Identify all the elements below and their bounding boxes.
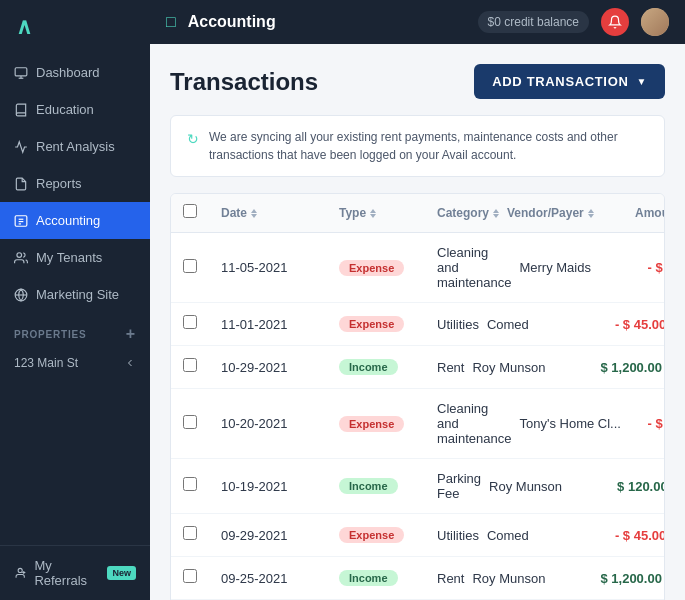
cell-category: Parking Fee (437, 471, 481, 501)
sync-banner: ↻ We are syncing all your existing rent … (170, 115, 665, 177)
sidebar-item-label: Reports (36, 176, 82, 191)
logo-icon: ∧ (16, 14, 32, 40)
table-row: 11-01-2021 Expense Utilities Comed - $ 4… (171, 303, 664, 346)
row-checkbox[interactable] (183, 415, 213, 433)
type-sort[interactable] (370, 209, 376, 218)
sidebar-item-my-tenants[interactable]: My Tenants (0, 239, 150, 276)
book-icon (14, 103, 28, 117)
sidebar-item-reports[interactable]: Reports (0, 165, 150, 202)
credit-balance-badge[interactable]: $0 credit balance (478, 11, 589, 33)
content-area: Transactions ADD TRANSACTION ▼ ↻ We are … (150, 44, 685, 600)
accounting-icon (14, 214, 28, 228)
table-row: 09-29-2021 Expense Utilities Comed - $ 4… (171, 514, 664, 557)
sidebar-item-marketing-site[interactable]: Marketing Site (0, 276, 150, 313)
date-sort[interactable] (251, 209, 257, 218)
page-title: Transactions (170, 68, 318, 96)
header-checkbox[interactable] (183, 204, 213, 222)
cell-amount: - $ 45.00 (615, 528, 665, 543)
cell-vendor: Roy Munson (489, 479, 609, 494)
bell-icon (608, 15, 622, 29)
cell-category: Utilities (437, 528, 479, 543)
category-sort[interactable] (493, 209, 499, 218)
transactions-table: Date Type Category Vendor/Payer Amount (170, 193, 665, 600)
vendor-sort[interactable] (588, 209, 594, 218)
chevron-down-icon: ▼ (636, 76, 647, 87)
cell-category: Cleaning and maintenance (437, 401, 511, 446)
type-badge: Expense (339, 260, 404, 276)
cell-vendor: Comed (487, 317, 607, 332)
type-badge: Expense (339, 316, 404, 332)
notification-button[interactable] (601, 8, 629, 36)
cell-date: 09-29-2021 (221, 528, 331, 543)
cell-vendor: Roy Munson (472, 571, 592, 586)
monitor-icon (14, 66, 28, 80)
sidebar-item-accounting[interactable]: Accounting (0, 202, 150, 239)
row-checkbox[interactable] (183, 315, 213, 333)
cell-type: Income (339, 359, 429, 375)
add-transaction-button[interactable]: ADD TRANSACTION ▼ (474, 64, 665, 99)
svg-point-10 (18, 568, 22, 572)
cell-date: 11-05-2021 (221, 260, 331, 275)
cell-amount: - $ 100.00 (647, 416, 665, 431)
sync-icon: ↻ (187, 129, 199, 150)
user-plus-icon (14, 566, 26, 580)
property-item[interactable]: 123 Main St (0, 347, 150, 379)
table-header: Date Type Category Vendor/Payer Amount (171, 194, 664, 233)
col-vendor: Vendor/Payer (507, 206, 627, 220)
sidebar-item-label: Accounting (36, 213, 100, 228)
col-category: Category (437, 206, 499, 220)
new-badge: New (107, 566, 136, 580)
cell-amount: - $ 100.00 (647, 260, 665, 275)
cell-vendor: Tony's Home Cl... (519, 416, 639, 431)
properties-section-title: PROPERTIES + (0, 313, 150, 347)
sidebar-item-label: Marketing Site (36, 287, 119, 302)
type-badge: Income (339, 478, 398, 494)
topbar-title: Accounting (188, 13, 276, 31)
globe-icon (14, 288, 28, 302)
sync-banner-text: We are syncing all your existing rent pa… (209, 128, 648, 164)
sidebar-item-label: Dashboard (36, 65, 100, 80)
cell-date: 10-20-2021 (221, 416, 331, 431)
row-checkbox[interactable] (183, 358, 213, 376)
main-content: □ Accounting $0 credit balance Transacti… (150, 0, 685, 600)
avatar[interactable] (641, 8, 669, 36)
file-icon (14, 177, 28, 191)
sidebar-item-label: Rent Analysis (36, 139, 115, 154)
cell-date: 11-01-2021 (221, 317, 331, 332)
type-badge: Income (339, 359, 398, 375)
chevron-left-icon (124, 357, 136, 369)
row-checkbox[interactable] (183, 569, 213, 587)
cell-category: Cleaning and maintenance (437, 245, 511, 290)
cell-vendor: Merry Maids (519, 260, 639, 275)
cell-date: 10-19-2021 (221, 479, 331, 494)
row-checkbox[interactable] (183, 477, 213, 495)
type-badge: Expense (339, 527, 404, 543)
sidebar-item-education[interactable]: Education (0, 91, 150, 128)
cell-vendor: Roy Munson (472, 360, 592, 375)
cell-type: Income (339, 570, 429, 586)
row-checkbox[interactable] (183, 526, 213, 544)
topbar: □ Accounting $0 credit balance (150, 0, 685, 44)
cell-amount: $ 1,200.00 (600, 360, 665, 375)
table-row: 11-05-2021 Expense Cleaning and maintena… (171, 233, 664, 303)
referrals-label: My Referrals (34, 558, 99, 588)
cell-vendor: Comed (487, 528, 607, 543)
svg-rect-0 (15, 67, 27, 75)
col-amount: Amount (635, 206, 665, 220)
logo: ∧ (0, 0, 150, 54)
sidebar-item-rent-analysis[interactable]: Rent Analysis (0, 128, 150, 165)
table-row: 10-20-2021 Expense Cleaning and maintena… (171, 389, 664, 459)
add-property-icon[interactable]: + (126, 325, 136, 343)
cell-type: Expense (339, 316, 429, 332)
cell-category: Rent (437, 360, 464, 375)
sidebar: ∧ Dashboard Education Rent Analysis Repo… (0, 0, 150, 600)
add-transaction-label: ADD TRANSACTION (492, 74, 628, 89)
property-address: 123 Main St (14, 356, 78, 370)
col-type: Type (339, 206, 429, 220)
row-checkbox[interactable] (183, 259, 213, 277)
sidebar-item-dashboard[interactable]: Dashboard (0, 54, 150, 91)
cell-amount: $ 1,200.00 (600, 571, 665, 586)
cell-amount: $ 120.00 (617, 479, 665, 494)
my-referrals-item[interactable]: My Referrals New (14, 558, 136, 588)
page-header: Transactions ADD TRANSACTION ▼ (170, 64, 665, 99)
